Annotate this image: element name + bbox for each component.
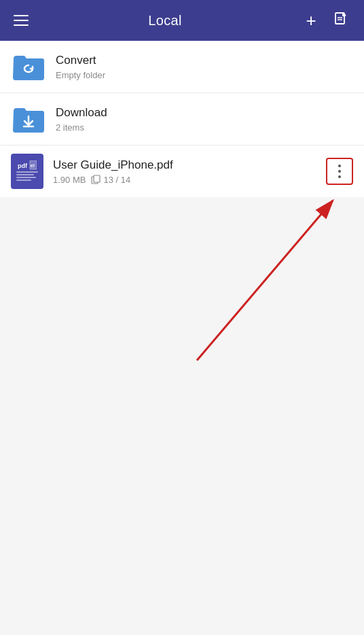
file-meta: 2 items bbox=[56, 122, 353, 133]
file-meta-pages: 13 / 14 bbox=[91, 175, 130, 185]
folder-icon-wrap bbox=[11, 49, 46, 84]
more-options-button[interactable] bbox=[326, 158, 353, 185]
file-info: Download 2 items bbox=[56, 106, 353, 133]
file-name: Download bbox=[56, 106, 353, 120]
file-meta: Empty folder bbox=[56, 70, 353, 80]
hamburger-menu-button[interactable] bbox=[11, 12, 31, 29]
file-info: Convert Empty folder bbox=[56, 54, 353, 80]
svg-rect-9 bbox=[94, 175, 100, 182]
pdf-thumbnail: pdf el bbox=[11, 154, 43, 189]
file-name: Convert bbox=[56, 54, 353, 67]
file-name: User Guide_iPhone.pdf bbox=[53, 158, 326, 172]
folder-icon-wrap bbox=[11, 101, 46, 137]
add-button[interactable]: + bbox=[299, 8, 323, 33]
file-info: User Guide_iPhone.pdf 1.90 MB 13 / 14 bbox=[53, 158, 326, 185]
pages-icon bbox=[91, 175, 101, 184]
list-item[interactable]: Download 2 items bbox=[0, 93, 364, 145]
header: Local + bbox=[0, 0, 364, 41]
plus-icon: + bbox=[306, 12, 316, 29]
header-actions: + bbox=[299, 8, 353, 33]
list-item[interactable]: pdf el User Guide_iPhone.pdf 1.90 MB bbox=[0, 145, 364, 197]
file-list: Convert Empty folder Download 2 items bbox=[0, 41, 364, 197]
list-item[interactable]: Convert Empty folder bbox=[0, 41, 364, 93]
more-dots-icon bbox=[338, 165, 341, 178]
note-icon bbox=[333, 12, 348, 30]
file-meta: 1.90 MB 13 / 14 bbox=[53, 175, 326, 185]
svg-text:pdf: pdf bbox=[18, 162, 28, 169]
file-size: 1.90 MB bbox=[53, 175, 86, 185]
note-button[interactable] bbox=[329, 8, 353, 33]
header-title: Local bbox=[148, 13, 181, 29]
svg-text:el: el bbox=[31, 163, 35, 168]
